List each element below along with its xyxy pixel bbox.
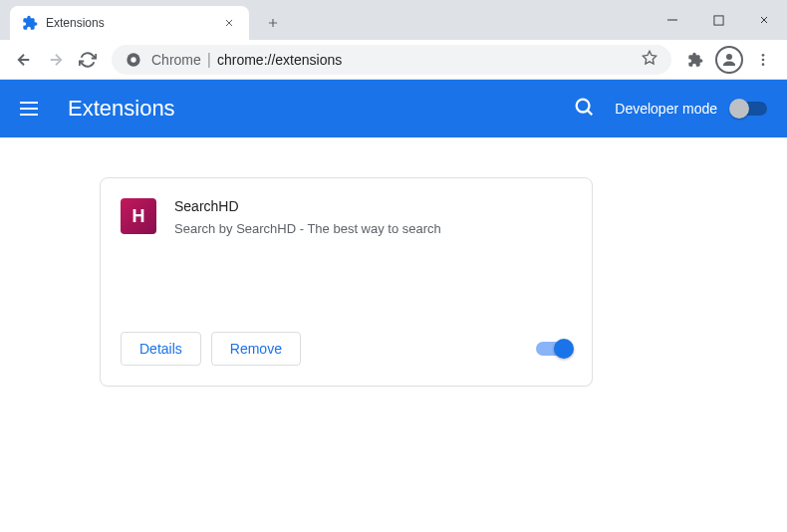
close-window-button[interactable] — [741, 0, 787, 40]
remove-button[interactable]: Remove — [211, 332, 301, 366]
content-area: H SearchHD Search by SearchHD - The best… — [0, 137, 787, 426]
omnibox-url: chrome://extensions — [217, 52, 642, 68]
enable-extension-toggle[interactable] — [536, 342, 572, 356]
omnibox-separator: | — [207, 51, 211, 69]
extension-app-icon: H — [121, 198, 156, 234]
bookmark-star-icon[interactable] — [642, 50, 657, 70]
svg-point-4 — [726, 54, 732, 60]
new-tab-button[interactable] — [259, 9, 287, 37]
search-icon[interactable] — [573, 96, 595, 122]
svg-point-7 — [762, 63, 765, 66]
page-title: Extensions — [68, 96, 573, 122]
extension-puzzle-icon — [22, 15, 38, 31]
extensions-toolbar-icon[interactable] — [679, 44, 711, 76]
address-bar[interactable]: Chrome | chrome://extensions — [112, 45, 671, 75]
svg-point-5 — [762, 54, 765, 57]
chrome-icon — [126, 52, 141, 68]
svg-point-2 — [131, 57, 135, 62]
tab-strip: Extensions — [0, 0, 787, 40]
omnibox-prefix: Chrome — [151, 52, 201, 68]
details-button[interactable]: Details — [121, 332, 201, 366]
svg-rect-0 — [713, 15, 722, 24]
extension-description: Search by SearchHD - The best way to sea… — [174, 220, 572, 238]
tab-title: Extensions — [46, 16, 221, 30]
back-button[interactable] — [8, 44, 40, 76]
menu-dots-icon[interactable] — [747, 44, 779, 76]
hamburger-menu-icon[interactable] — [20, 97, 44, 121]
extension-name: SearchHD — [174, 198, 572, 214]
svg-marker-3 — [643, 51, 656, 64]
developer-mode-label: Developer mode — [615, 101, 717, 117]
extensions-header: Extensions Developer mode — [0, 80, 787, 137]
profile-avatar[interactable] — [715, 46, 743, 74]
browser-tab[interactable]: Extensions — [10, 6, 249, 40]
forward-button[interactable] — [40, 44, 72, 76]
extension-card: H SearchHD Search by SearchHD - The best… — [100, 177, 593, 387]
svg-point-8 — [577, 100, 590, 113]
close-tab-icon[interactable] — [221, 15, 237, 31]
browser-toolbar: Chrome | chrome://extensions — [0, 40, 787, 80]
developer-mode-toggle[interactable] — [731, 102, 767, 116]
minimize-button[interactable] — [650, 0, 695, 40]
reload-button[interactable] — [72, 44, 104, 76]
maximize-button[interactable] — [695, 0, 741, 40]
svg-point-6 — [762, 58, 765, 61]
